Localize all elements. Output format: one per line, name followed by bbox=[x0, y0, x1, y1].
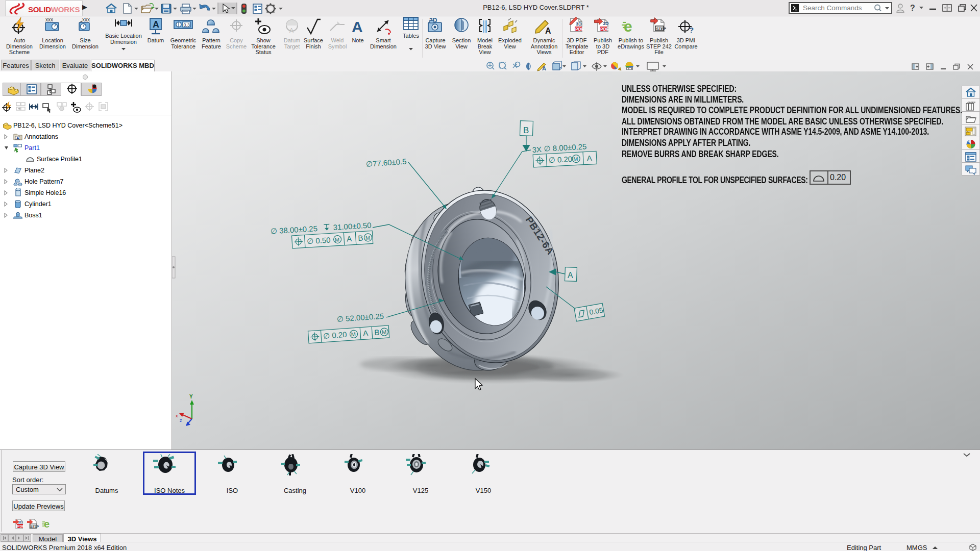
svg-text:Y: Y bbox=[189, 394, 193, 399]
svg-text:M: M bbox=[573, 156, 578, 162]
svg-text:∅ 0.50: ∅ 0.50 bbox=[307, 235, 331, 245]
svg-text:?: ? bbox=[910, 4, 915, 12]
svg-text:z: z bbox=[180, 418, 182, 423]
svg-text:A: A bbox=[568, 271, 573, 280]
svg-text:A: A bbox=[586, 154, 592, 163]
svg-text:3X: 3X bbox=[532, 145, 542, 154]
svg-text:A: A bbox=[542, 65, 546, 71]
svg-text:STEP: STEP bbox=[31, 524, 39, 528]
svg-text:3D: 3D bbox=[603, 21, 609, 26]
svg-text:∅ 8.00±0.25: ∅ 8.00±0.25 bbox=[544, 142, 587, 153]
svg-text:A: A bbox=[347, 234, 352, 243]
svg-text:xxx: xxx bbox=[82, 17, 90, 22]
svg-text:A: A bbox=[545, 27, 551, 35]
svg-text:M: M bbox=[334, 236, 339, 243]
svg-text:A: A bbox=[16, 136, 19, 140]
svg-text:M: M bbox=[382, 329, 387, 335]
svg-text:31.00±0.50: 31.00±0.50 bbox=[333, 220, 372, 232]
svg-text:∅77.60±0.5: ∅77.60±0.5 bbox=[365, 157, 407, 169]
svg-text:∅ 52.00±0.25: ∅ 52.00±0.25 bbox=[336, 312, 384, 323]
svg-text:xxx: xxx bbox=[45, 17, 53, 22]
svg-text:?: ? bbox=[689, 26, 694, 34]
svg-text:PDF: PDF bbox=[600, 27, 609, 32]
svg-text:∅ 38.00±0.25: ∅ 38.00±0.25 bbox=[270, 224, 317, 236]
svg-text:B: B bbox=[374, 328, 380, 337]
svg-text:e: e bbox=[624, 18, 632, 35]
svg-text:e: e bbox=[44, 518, 50, 530]
svg-text:0.3: 0.3 bbox=[184, 22, 190, 28]
svg-text:x: x bbox=[176, 413, 178, 418]
svg-text:M: M bbox=[351, 331, 356, 338]
svg-text:PDF: PDF bbox=[17, 524, 25, 528]
svg-text:A: A bbox=[352, 18, 363, 35]
svg-text:M: M bbox=[365, 235, 371, 241]
svg-text:∅ 0.20: ∅ 0.20 bbox=[548, 155, 572, 164]
svg-text:B: B bbox=[523, 126, 529, 135]
svg-text:A: A bbox=[362, 329, 368, 338]
svg-text:∅ 0.20: ∅ 0.20 bbox=[323, 330, 348, 340]
svg-text:B: B bbox=[358, 233, 363, 242]
svg-text:A: A bbox=[153, 19, 159, 30]
